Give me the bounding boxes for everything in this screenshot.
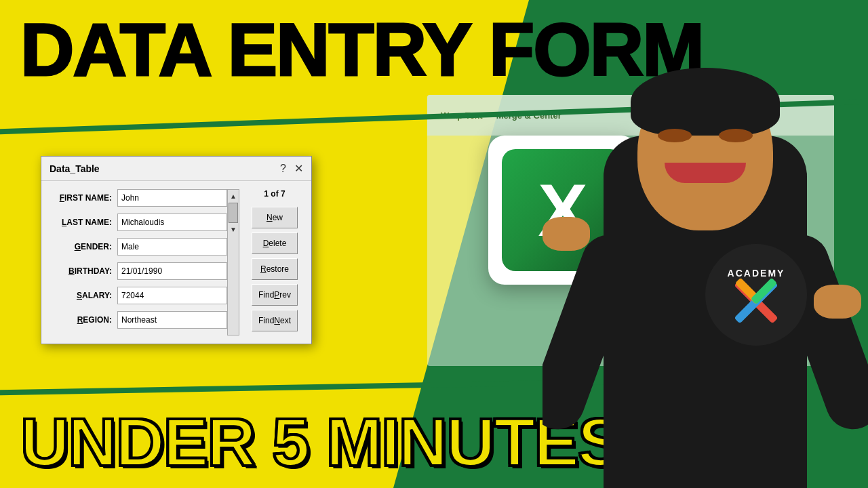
dialog-titlebar: Data_Table ? ✕: [41, 157, 311, 181]
dialog-title: Data_Table: [50, 163, 100, 174]
person-mouth: [665, 163, 746, 183]
person-hair: [631, 68, 780, 136]
person-left-eye: [658, 129, 692, 142]
new-button[interactable]: New: [252, 207, 298, 228]
input-lastname[interactable]: [117, 214, 227, 231]
input-firstname[interactable]: [117, 189, 227, 207]
field-row-region: REGION:: [50, 311, 227, 329]
label-gender: GENDER:: [50, 242, 117, 251]
label-lastname: LAST NAME:: [50, 218, 117, 227]
dialog-scrollbar: ▲ ▼: [227, 189, 239, 336]
label-region: REGION:: [50, 315, 117, 325]
academy-badge: ACADEMY: [705, 244, 807, 346]
field-row-salary: SALARY:: [50, 287, 227, 304]
field-row-lastname: LAST NAME:: [50, 214, 227, 231]
find-prev-button[interactable]: Find Prev: [252, 284, 298, 306]
person-left-hand: [542, 217, 590, 251]
academy-text: ACADEMY: [728, 268, 785, 279]
input-birthday[interactable]: [117, 262, 227, 280]
label-firstname: FIRST NAME:: [50, 193, 117, 203]
input-gender[interactable]: [117, 238, 227, 256]
scrollbar-down-arrow[interactable]: ▼: [230, 224, 237, 235]
fields-area: FIRST NAME: LAST NAME: GENDER: BIRTHDAY:: [50, 189, 239, 336]
scrollbar-up-arrow[interactable]: ▲: [230, 191, 237, 201]
field-row-firstname: FIRST NAME:: [50, 189, 227, 207]
dialog-close-button[interactable]: ✕: [294, 162, 303, 175]
label-birthday: BIRTHDAY:: [50, 266, 117, 276]
delete-button[interactable]: Delete: [252, 232, 298, 254]
dialog-counter: 1 of 7: [252, 189, 298, 199]
input-salary[interactable]: [117, 287, 227, 304]
field-row-gender: GENDER:: [50, 238, 227, 256]
person-image-area: [542, 54, 868, 488]
data-entry-dialog: Data_Table ? ✕ FIRST NAME: LAST NAME:: [41, 156, 312, 344]
find-next-button[interactable]: Find Next: [252, 310, 298, 331]
dialog-fields: FIRST NAME: LAST NAME: GENDER: BIRTHDAY:: [50, 189, 227, 336]
scrollbar-thumb[interactable]: [229, 203, 238, 223]
field-row-birthday: BIRTHDAY:: [50, 262, 227, 280]
person-head: [637, 75, 773, 230]
dialog-help-button[interactable]: ?: [280, 163, 286, 175]
dialog-body: FIRST NAME: LAST NAME: GENDER: BIRTHDAY:: [41, 181, 311, 344]
dialog-buttons-panel: 1 of 7 New Delete Restore Find Prev Find…: [246, 189, 303, 336]
person-right-hand: [814, 285, 861, 319]
dialog-controls: ? ✕: [280, 162, 303, 175]
restore-button[interactable]: Restore: [252, 258, 298, 280]
label-salary: SALARY:: [50, 291, 117, 300]
input-region[interactable]: [117, 311, 227, 329]
person-right-eye: [719, 129, 753, 142]
academy-x-logo: [729, 281, 783, 322]
